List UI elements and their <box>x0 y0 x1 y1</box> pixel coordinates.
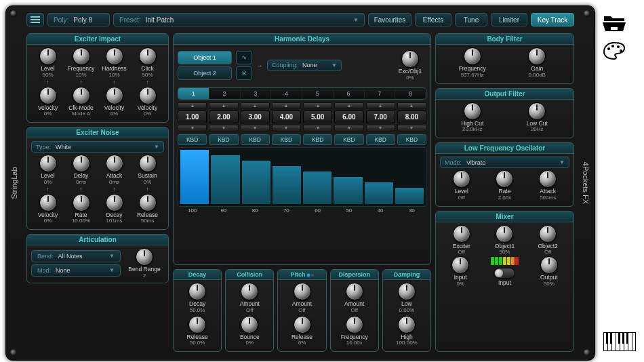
mixer-output-knob[interactable] <box>540 256 558 274</box>
en2-2-knob[interactable] <box>106 194 123 212</box>
inc-button-8[interactable]: ▴ <box>397 102 426 109</box>
en2-0-knob[interactable] <box>39 194 57 212</box>
dispersion-k1-knob[interactable] <box>346 283 363 300</box>
ei1-3-knob[interactable] <box>139 47 157 65</box>
kbd-button-7[interactable]: KBD <box>366 134 395 145</box>
inc-button-7[interactable]: ▴ <box>366 102 395 109</box>
kbd-button-1[interactable]: KBD <box>178 134 207 145</box>
favourites-button[interactable]: Favourites <box>368 13 411 26</box>
inc-button-4[interactable]: ▴ <box>272 102 301 109</box>
dec-button-8[interactable]: ▾ <box>397 125 426 132</box>
harmonic-tab-1[interactable]: 1 <box>178 88 209 99</box>
damping-k2-knob[interactable] <box>398 316 416 334</box>
harmonic-bar-6[interactable] <box>334 177 362 204</box>
mod-select[interactable]: Mod: None ▼ <box>31 264 121 277</box>
tune-button[interactable]: Tune <box>455 13 487 26</box>
kbd-button-3[interactable]: KBD <box>241 134 270 145</box>
dispersion-k2-knob[interactable] <box>346 316 363 334</box>
kbd-button-2[interactable]: KBD <box>209 134 238 145</box>
object2-button[interactable]: Object 2 <box>178 66 232 80</box>
body-gain-knob[interactable] <box>528 47 546 65</box>
harmonic-bar-1[interactable] <box>180 150 209 204</box>
harmonic-bar-2[interactable] <box>211 155 239 204</box>
folder-open-icon[interactable] <box>602 12 626 33</box>
preset-select[interactable]: Preset: Init Patch ▼ <box>113 13 365 26</box>
harmonic-value-7[interactable]: 7.00 <box>366 110 395 123</box>
inc-button-6[interactable]: ▴ <box>334 102 363 109</box>
highcut-knob[interactable] <box>464 102 481 120</box>
dec-button-6[interactable]: ▾ <box>334 125 363 132</box>
bend-select[interactable]: Bend: All Notes ▼ <box>31 250 121 262</box>
poly-select[interactable]: Poly: Poly 8 <box>47 13 110 26</box>
harmonic-bar-3[interactable] <box>242 161 270 204</box>
keytrack-button[interactable]: Key Track <box>531 13 574 26</box>
object2-wave-icon[interactable]: ※ <box>236 66 252 80</box>
decay-k1-knob[interactable] <box>188 283 206 300</box>
palette-icon[interactable] <box>602 41 626 61</box>
harmonic-value-1[interactable]: 1.00 <box>178 110 207 123</box>
ei2-1-knob[interactable] <box>73 87 90 104</box>
lfo-mode-select[interactable]: Mode: Vibrato ▼ <box>440 157 569 168</box>
bend-range-knob[interactable] <box>136 248 153 266</box>
piano-keyboard-icon[interactable] <box>603 332 636 354</box>
kbd-button-6[interactable]: KBD <box>334 134 363 145</box>
en2-3-knob[interactable] <box>139 194 157 212</box>
inc-button-2[interactable]: ▴ <box>209 102 238 109</box>
harmonic-value-5[interactable]: 5.00 <box>303 110 332 123</box>
ei1-2-knob[interactable] <box>106 47 123 65</box>
harmonic-value-2[interactable]: 2.00 <box>209 110 238 123</box>
dec-button-3[interactable]: ▾ <box>241 125 270 132</box>
noise-type-select[interactable]: Type: White ▼ <box>31 141 164 153</box>
mixer1-2-knob[interactable] <box>539 225 557 243</box>
effects-button[interactable]: Effects <box>415 13 451 26</box>
pitch-k1-knob[interactable] <box>294 283 311 300</box>
lfo-1-knob[interactable] <box>496 170 513 188</box>
harmonic-tab-2[interactable]: 2 <box>209 88 241 99</box>
mixer-input-knob[interactable] <box>451 256 469 274</box>
en1-2-knob[interactable] <box>106 155 123 172</box>
menu-button[interactable] <box>26 13 44 26</box>
kbd-button-4[interactable]: KBD <box>272 134 301 145</box>
harmonic-bar-5[interactable] <box>303 172 331 204</box>
harmonic-tab-6[interactable]: 6 <box>334 88 365 99</box>
harmonic-bar-4[interactable] <box>273 166 301 204</box>
harmonic-bar-7[interactable] <box>365 182 393 204</box>
object1-wave-icon[interactable]: ∿ <box>236 51 252 64</box>
decay-k2-knob[interactable] <box>188 316 206 334</box>
harmonic-value-3[interactable]: 3.00 <box>241 110 270 123</box>
inc-button-1[interactable]: ▴ <box>178 102 207 109</box>
harmonic-tab-3[interactable]: 3 <box>241 88 272 99</box>
inc-button-3[interactable]: ▴ <box>241 102 270 109</box>
dec-button-2[interactable]: ▾ <box>209 125 238 132</box>
collision-k1-knob[interactable] <box>241 283 258 300</box>
pitch-k2-knob[interactable] <box>294 316 311 334</box>
harmonic-value-4[interactable]: 4.00 <box>272 110 301 123</box>
kbd-button-5[interactable]: KBD <box>303 134 332 145</box>
ei1-1-knob[interactable] <box>73 47 90 65</box>
kbd-button-8[interactable]: KBD <box>397 134 426 145</box>
ei2-3-knob[interactable] <box>139 87 157 104</box>
harmonic-value-6[interactable]: 6.00 <box>334 110 363 123</box>
ei2-0-knob[interactable] <box>39 87 57 104</box>
limiter-button[interactable]: Limiter <box>491 13 527 26</box>
harmonic-bar-8[interactable] <box>395 188 424 204</box>
dec-button-1[interactable]: ▾ <box>178 125 207 132</box>
dec-button-5[interactable]: ▾ <box>303 125 332 132</box>
harmonic-tab-4[interactable]: 4 <box>271 88 302 99</box>
ei2-2-knob[interactable] <box>106 87 123 104</box>
en1-1-knob[interactable] <box>73 155 90 172</box>
ei1-0-knob[interactable] <box>39 47 57 65</box>
lowcut-knob[interactable] <box>528 102 546 120</box>
collision-k2-knob[interactable] <box>241 316 258 334</box>
dec-button-4[interactable]: ▾ <box>272 125 301 132</box>
damping-k1-knob[interactable] <box>398 283 416 300</box>
lfo-0-knob[interactable] <box>453 170 470 188</box>
harmonic-tab-8[interactable]: 8 <box>395 88 426 99</box>
en1-3-knob[interactable] <box>139 155 157 172</box>
en1-0-knob[interactable] <box>39 155 57 172</box>
harmonic-tab-7[interactable]: 7 <box>365 88 396 99</box>
object1-button[interactable]: Object 1 <box>178 51 232 64</box>
body-freq-knob[interactable] <box>464 47 481 65</box>
lfo-2-knob[interactable] <box>539 170 557 188</box>
dec-button-7[interactable]: ▾ <box>366 125 395 132</box>
